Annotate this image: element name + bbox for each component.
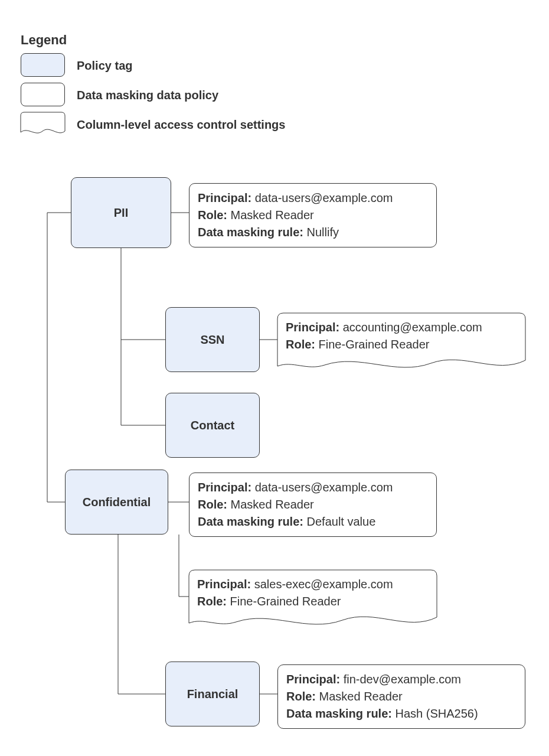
policy-tag-pii: PII	[71, 177, 171, 248]
connector-lines	[0, 0, 549, 756]
ssn-role: Fine-Grained Reader	[319, 338, 430, 351]
legend-swatch-column-level	[21, 112, 65, 139]
policy-tag-contact-label: Contact	[191, 419, 234, 432]
policy-tag-confidential-label: Confidential	[83, 496, 151, 509]
fin-role: Masked Reader	[319, 690, 403, 703]
data-policy-pii: Principal: data-users@example.com Role: …	[189, 183, 437, 247]
legend-swatch-policy-tag	[21, 53, 65, 77]
conf-role: Masked Reader	[231, 498, 314, 511]
legend-swatch-data-policy	[21, 83, 65, 106]
conf-access-role: Fine-Grained Reader	[230, 595, 341, 608]
policy-tag-confidential: Confidential	[65, 470, 168, 535]
legend-label-data-policy: Data masking data policy	[77, 89, 218, 102]
diagram-canvas: Legend Policy tag Data masking data poli…	[0, 0, 549, 756]
fin-rule: Hash (SHA256)	[396, 707, 478, 720]
conf-principal: data-users@example.com	[255, 481, 393, 494]
policy-tag-financial-label: Financial	[187, 687, 238, 701]
conf-rule: Default value	[307, 515, 376, 528]
column-access-confidential-text: Principal: sales-exec@example.com Role: …	[189, 570, 437, 616]
legend-label-column-level: Column-level access control settings	[77, 118, 285, 132]
fin-principal: fin-dev@example.com	[344, 673, 461, 686]
pii-rule: Nullify	[307, 226, 339, 239]
column-access-ssn-text: Principal: accounting@example.com Role: …	[277, 313, 525, 359]
policy-tag-ssn: SSN	[165, 307, 260, 372]
policy-tag-contact: Contact	[165, 393, 260, 458]
data-policy-confidential: Principal: data-users@example.com Role: …	[189, 472, 437, 537]
pii-principal: data-users@example.com	[255, 191, 393, 204]
policy-tag-ssn-label: SSN	[200, 333, 224, 347]
ssn-principal: accounting@example.com	[343, 321, 482, 334]
data-policy-financial: Principal: fin-dev@example.com Role: Mas…	[277, 664, 525, 729]
legend-title: Legend	[21, 32, 67, 48]
policy-tag-pii-label: PII	[114, 206, 128, 220]
pii-role: Masked Reader	[231, 208, 314, 221]
legend-label-policy-tag: Policy tag	[77, 59, 132, 73]
conf-access-principal: sales-exec@example.com	[254, 578, 393, 591]
policy-tag-financial: Financial	[165, 662, 260, 726]
